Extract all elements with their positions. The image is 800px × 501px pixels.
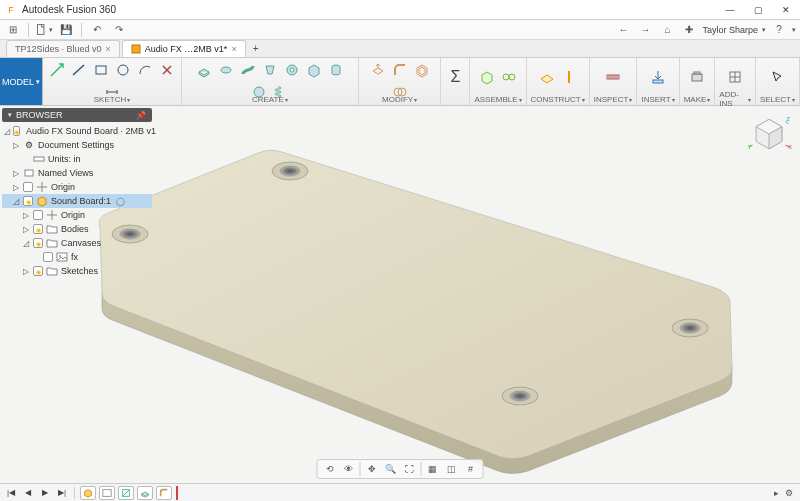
expand-icon[interactable]: ▷ bbox=[12, 141, 20, 150]
browser-header[interactable]: ▾ BROWSER 📌 bbox=[2, 108, 152, 122]
expand-icon[interactable]: ▷ bbox=[22, 267, 30, 276]
chevron-down-icon[interactable]: ▾ bbox=[285, 96, 288, 103]
workspace-switcher[interactable]: MODEL ▾ bbox=[0, 58, 43, 105]
new-design-button[interactable]: ✚ bbox=[680, 22, 698, 38]
arc-button[interactable] bbox=[135, 60, 155, 80]
press-pull-button[interactable] bbox=[368, 60, 388, 80]
box-button[interactable] bbox=[304, 60, 324, 80]
shell-button[interactable] bbox=[412, 60, 432, 80]
visibility-toggle[interactable]: ◉ bbox=[33, 224, 43, 234]
visibility-toggle[interactable]: ◉ bbox=[33, 238, 43, 248]
chevron-down-icon[interactable]: ▾ bbox=[629, 96, 632, 103]
tree-bodies[interactable]: ▷ ◉ Bodies bbox=[2, 222, 152, 236]
line-button[interactable] bbox=[69, 60, 89, 80]
visibility-toggle[interactable] bbox=[23, 182, 33, 192]
circle-button[interactable] bbox=[113, 60, 133, 80]
chevron-down-icon[interactable]: ▾ bbox=[792, 96, 795, 103]
data-panel-toggle-icon[interactable]: ⊞ bbox=[4, 22, 22, 38]
document-tab-active[interactable]: Audio FX …2MB v1* × bbox=[122, 40, 246, 57]
chevron-down-icon[interactable]: ▾ bbox=[672, 96, 675, 103]
tree-root[interactable]: ◿ ◉ Audio FX Sound Board · 2MB v1 bbox=[2, 124, 152, 138]
timeline-settings-button[interactable]: ⚙ bbox=[782, 486, 796, 500]
window-close-button[interactable]: ✕ bbox=[772, 0, 800, 20]
undo-button[interactable]: ↶ bbox=[88, 22, 106, 38]
user-menu-arrow-icon[interactable]: ▾ bbox=[762, 26, 766, 34]
chevron-down-icon[interactable]: ▾ bbox=[748, 96, 751, 103]
pan-button[interactable]: ✥ bbox=[364, 462, 380, 476]
tree-canvases[interactable]: ◿ ◉ Canvases bbox=[2, 236, 152, 250]
tab-close-icon[interactable]: × bbox=[106, 44, 111, 54]
expand-icon[interactable]: ▷ bbox=[12, 183, 20, 192]
visibility-toggle[interactable] bbox=[43, 252, 53, 262]
tree-origin-comp[interactable]: ▷ Origin bbox=[2, 208, 152, 222]
timeline-play-button[interactable]: ▶ bbox=[38, 486, 52, 500]
look-at-button[interactable]: 👁 bbox=[341, 462, 357, 476]
trim-button[interactable] bbox=[157, 60, 177, 80]
timeline-feature-fillet[interactable] bbox=[156, 486, 172, 500]
nav-home-button[interactable]: ⌂ bbox=[658, 22, 676, 38]
window-maximize-button[interactable]: ▢ bbox=[744, 0, 772, 20]
orbit-button[interactable]: ⟲ bbox=[322, 462, 338, 476]
display-style-button[interactable]: ▦ bbox=[425, 462, 441, 476]
new-tab-button[interactable]: + bbox=[248, 40, 264, 57]
nav-back-button[interactable]: ← bbox=[614, 22, 632, 38]
timeline-start-button[interactable]: |◀ bbox=[4, 486, 18, 500]
hole-button[interactable] bbox=[282, 60, 302, 80]
tree-named-views[interactable]: ▷ Named Views bbox=[2, 166, 152, 180]
revolve-button[interactable] bbox=[216, 60, 236, 80]
tree-component-soundboard[interactable]: ◿ ◉ Sound Board:1 ◯ bbox=[2, 194, 152, 208]
tree-canvas-item[interactable]: fx bbox=[2, 250, 152, 264]
collapse-icon[interactable]: ◿ bbox=[12, 197, 20, 206]
axis-button[interactable] bbox=[559, 67, 579, 87]
chevron-down-icon[interactable]: ▾ bbox=[414, 96, 417, 103]
save-button[interactable]: 💾 bbox=[57, 22, 75, 38]
addins-button[interactable] bbox=[725, 67, 745, 87]
create-sketch-button[interactable] bbox=[47, 60, 67, 80]
expand-icon[interactable]: ▷ bbox=[22, 211, 30, 220]
cylinder-button[interactable] bbox=[326, 60, 346, 80]
new-component-button[interactable] bbox=[477, 67, 497, 87]
pin-icon[interactable]: 📌 bbox=[136, 111, 146, 120]
chevron-down-icon[interactable]: ▾ bbox=[127, 96, 130, 103]
chevron-down-icon[interactable]: ▾ bbox=[707, 96, 710, 103]
parameters-button[interactable]: Σ bbox=[445, 67, 465, 87]
insert-button[interactable] bbox=[648, 67, 668, 87]
document-tab-inactive[interactable]: TP12Sides · Blued v0 × bbox=[6, 40, 120, 57]
timeline-feature-component[interactable] bbox=[80, 486, 96, 500]
viewport[interactable]: ▾ BROWSER 📌 ◿ ◉ Audio FX Sound Board · 2… bbox=[0, 106, 800, 483]
joint-button[interactable] bbox=[499, 67, 519, 87]
timeline-next-button[interactable]: ▶| bbox=[55, 486, 69, 500]
expand-icon[interactable]: ▷ bbox=[12, 169, 20, 178]
help-menu-arrow-icon[interactable]: ▾ bbox=[792, 26, 796, 34]
tab-close-icon[interactable]: × bbox=[231, 44, 236, 54]
tree-sketches[interactable]: ▷ ◉ Sketches bbox=[2, 264, 152, 278]
expand-icon[interactable]: ▷ bbox=[22, 225, 30, 234]
timeline-feature-sketch[interactable] bbox=[118, 486, 134, 500]
help-button[interactable]: ? bbox=[770, 22, 788, 38]
chevron-down-icon[interactable]: ▾ bbox=[582, 96, 585, 103]
timeline-feature-extrude[interactable] bbox=[137, 486, 153, 500]
redo-button[interactable]: ↷ bbox=[110, 22, 128, 38]
collapse-icon[interactable]: ◿ bbox=[4, 127, 10, 136]
timeline-playhead[interactable] bbox=[176, 486, 178, 500]
loft-button[interactable] bbox=[260, 60, 280, 80]
sweep-button[interactable] bbox=[238, 60, 258, 80]
timeline-prev-button[interactable]: ◀ bbox=[21, 486, 35, 500]
fillet-button[interactable] bbox=[390, 60, 410, 80]
visual-style-button[interactable]: ◫ bbox=[444, 462, 460, 476]
file-menu-button[interactable]: ▾ bbox=[35, 22, 53, 38]
select-button[interactable] bbox=[767, 67, 787, 87]
collapse-icon[interactable]: ◿ bbox=[22, 239, 30, 248]
rectangle-button[interactable] bbox=[91, 60, 111, 80]
zoom-button[interactable]: 🔍 bbox=[383, 462, 399, 476]
tree-units[interactable]: Units: in bbox=[2, 152, 152, 166]
visibility-toggle[interactable] bbox=[33, 210, 43, 220]
visibility-toggle[interactable]: ◉ bbox=[13, 126, 20, 136]
visibility-toggle[interactable]: ◉ bbox=[23, 196, 33, 206]
viewcube[interactable]: Z X Y bbox=[746, 112, 792, 158]
plane-button[interactable] bbox=[537, 67, 557, 87]
tree-document-settings[interactable]: ▷ ⚙ Document Settings bbox=[2, 138, 152, 152]
tree-origin-root[interactable]: ▷ Origin bbox=[2, 180, 152, 194]
chevron-down-icon[interactable]: ▾ bbox=[519, 96, 522, 103]
window-minimize-button[interactable]: — bbox=[716, 0, 744, 20]
